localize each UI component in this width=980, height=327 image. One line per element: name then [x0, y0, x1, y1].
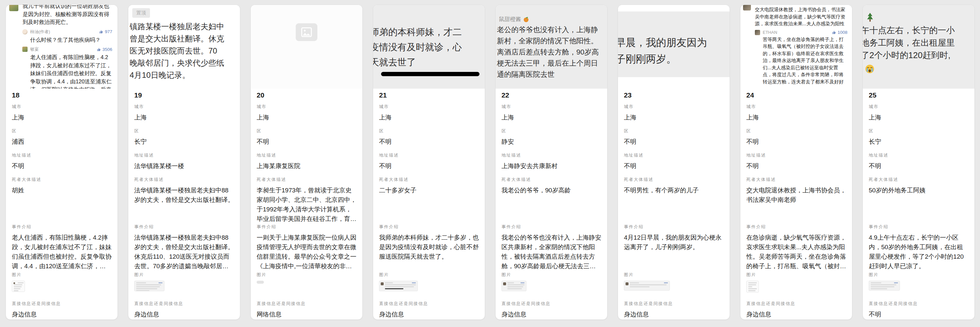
field-city: 城市 上海	[257, 104, 356, 128]
field-image: 图片	[746, 272, 846, 301]
image-thumbnail[interactable]	[624, 281, 670, 290]
record-card[interactable]: 师弟的本科师妹，才二 疫情没有及时就诊，心 天就去世了 21 城市 上海 区 不…	[373, 5, 485, 320]
image-thumbnail[interactable]	[501, 281, 527, 291]
avatar	[625, 282, 628, 285]
record-card[interactable]: ETHAN 1540 交大电院退休教授，上海书协会员，书法家吴中南老师在急诊病逝…	[740, 5, 852, 320]
card-number: 22	[501, 91, 601, 99]
field-address: 地址描述 上海某康复医院	[257, 152, 356, 177]
scene-avatar	[22, 46, 27, 52]
record-card[interactable]: 置顶 镇路某楼一楼独居老夫妇中 曾是交大出版社翻译。休克 医无对接医院而去世。7…	[128, 5, 240, 320]
field-direct: 直接信息还是间接信息 身边信息	[746, 301, 846, 319]
comment-text: 我几十年前就认识的一位胡姓朋友也是因为封控、核酸检测等原因没有得到及时救治而死亡…	[23, 5, 112, 26]
card-number: 20	[257, 91, 356, 99]
crying-emoji-icon	[865, 64, 875, 74]
image-thumbnail[interactable]	[134, 281, 164, 291]
comment-reply: 敏宴 3506 老人住浦西，有陈旧性脑梗，4.2摔跤，女儿被封在浦东过不了江，妹…	[22, 46, 112, 89]
field-district: 区 不明	[624, 128, 724, 152]
field-event: 事件介绍 老人住浦西，有陈旧性脑梗，4.2摔跤，女儿被封在浦东过不了江，妹妹们虽…	[12, 224, 111, 272]
field-city: 城市 上海	[379, 104, 479, 128]
thumb-up-icon	[832, 5, 836, 5]
pinned-badge: 置顶	[132, 8, 150, 18]
image-thumbnail[interactable]	[257, 281, 264, 284]
source-screenshot[interactable]: 我几十年前就认识的一位胡姓朋友也是因为封控、核酸检测等原因没有得到及时救治而死亡…	[6, 5, 118, 89]
record-card[interactable]: 午十点左右，长宁的一小 地务工阿姨，在出租屋里 了2个小时的120赶到时, 25…	[862, 5, 975, 320]
comment-header: ETHAN 1540	[755, 5, 847, 6]
image-thumbnail[interactable]	[12, 281, 25, 292]
like-count[interactable]: 1008	[832, 30, 847, 35]
comment-main: 我几十年前就认识的一位胡姓朋友也是因为封控、核酸检测等原因没有得到及时救治而死亡…	[9, 5, 112, 26]
photo-avatar	[743, 5, 751, 11]
card-number: 21	[379, 91, 479, 99]
record-card[interactable]: 早晨，我的朋友因为 子刚刚两岁。 23 城市 上海 区 不明 地址描述 不明 死…	[618, 5, 730, 320]
field-label: 事件介绍	[12, 224, 111, 230]
record-card[interactable]: 20 城市 上海 区 不明 地址描述 上海某康复医院 死者大体描述 李昶生于19…	[250, 5, 363, 320]
source-screenshot[interactable]	[251, 5, 362, 89]
field-deceased: 死者大体描述 不明男性，有个两岁的儿子	[624, 177, 724, 224]
field-label: 城市	[12, 104, 111, 110]
field-direct: 直接信息还是间接信息 身边信息	[501, 301, 601, 319]
field-label: 区	[12, 128, 111, 134]
field-deceased: 死者大体描述 50岁的外地务工阿姨	[869, 177, 969, 224]
commenter-name: 柿油(作者)	[30, 29, 97, 35]
field-deceased: 死者大体描述 李昶生于1973年，曾就读于北京史家胡同小学、北京二中、北京四中，…	[257, 177, 356, 224]
record-card[interactable]: 我几十年前就认识的一位胡姓朋友也是因为封控、核酸检测等原因没有得到及时救治而死亡…	[6, 5, 118, 320]
field-image: 图片	[379, 272, 479, 301]
face-avatar	[22, 29, 27, 35]
field-district: 区 不明	[746, 128, 846, 152]
field-city: 城市 上海	[134, 104, 234, 128]
field-label: 图片	[12, 272, 111, 278]
field-direct: 直接信息还是间接信息 网络信息	[257, 301, 356, 319]
field-deceased: 死者大体描述 我老公的爷爷，90岁高龄	[501, 177, 601, 224]
image-thumbnail[interactable]	[746, 281, 759, 292]
field-label: 死者大体描述	[12, 177, 111, 183]
card-number: 23	[624, 91, 724, 99]
field-value: 上海	[12, 113, 111, 122]
record-card[interactable]: 鼠甜橙酱 老公的爷爷也没有计入，上海静 新村，全家阴的情况下他阳性。 离酒店后差…	[495, 5, 608, 320]
field-event: 事件介绍 法华镇路某楼一楼独居老夫妇中88岁的丈夫，曾经是交大出版社翻译。休克后…	[134, 224, 234, 272]
scene-avatar	[9, 5, 18, 11]
field-address: 地址描述 不明	[12, 152, 111, 177]
field-direct: 直接信息还是间接信息 不明	[869, 301, 969, 319]
avatar	[13, 282, 15, 284]
commenter-name: ETHAN	[755, 5, 769, 6]
field-address: 地址描述 不明	[624, 152, 724, 177]
source-screenshot[interactable]: 置顶 镇路某楼一楼独居老夫妇中 曾是交大出版社翻译。休克 医无对接医院而去世。7…	[128, 5, 240, 89]
post-text: 老公的爷爷也没有计入，上海静 新村，全家阴的情况下他阳性。 离酒店后差点转去方舱…	[496, 24, 607, 80]
image-thumbnail[interactable]	[869, 281, 900, 290]
field-address: 地址描述 不明	[746, 152, 846, 177]
field-district: 区 不明	[379, 128, 479, 152]
like-count[interactable]: 977	[99, 29, 112, 34]
like-count[interactable]: 3506	[97, 47, 112, 52]
field-image: 图片	[257, 272, 356, 301]
source-screenshot[interactable]: 师弟的本科师妹，才二 疫情没有及时就诊，心 天就去世了	[373, 5, 485, 89]
field-district: 区 不明	[257, 128, 356, 152]
like-count[interactable]: 1540	[832, 5, 847, 6]
post-text: 早晨，我的朋友因为 子刚刚两岁。	[618, 11, 730, 67]
field-address: 地址描述 法华镇路某楼一楼	[134, 152, 234, 177]
field-city: 城市 上海	[624, 104, 724, 128]
field-direct: 直接信息还是间接信息 身边信息	[12, 301, 111, 319]
broken-image-icon	[296, 23, 317, 41]
field-district: 区 长宁	[869, 128, 969, 152]
thumb-up-icon	[97, 47, 101, 51]
tree-emoji-icon	[865, 12, 875, 23]
comment-reply: 柿油(作者) 977 什么时候？生了其他疾病吗？	[22, 29, 112, 44]
field-image: 图片	[869, 272, 969, 301]
comment-text: 苦等两天，坐在急诊角落的椅子上，打吊瓶、吸氧气（被封控的子女设法送去的，杯水车薪…	[763, 36, 847, 86]
field-district: 区 静安	[501, 128, 601, 152]
comment-reply: ETHAN 1008 苦等两天，坐在急诊角落的椅子上，打吊瓶、吸氧气（被封控的子…	[755, 30, 847, 86]
source-screenshot[interactable]: ETHAN 1540 交大电院退休教授，上海书协会员，书法家吴中南老师在急诊病逝…	[740, 5, 852, 89]
image-thumbnail[interactable]	[379, 281, 418, 291]
field-image: 图片	[501, 272, 601, 301]
source-screenshot[interactable]: 午十点左右，长宁的一小 地务工阿姨，在出租屋里 了2个小时的120赶到时,	[863, 5, 974, 89]
source-screenshot[interactable]: 鼠甜橙酱 老公的爷爷也没有计入，上海静 新村，全家阴的情况下他阳性。 离酒店后差…	[496, 5, 607, 89]
field-event: 事件介绍 4.9上午十点左右，长宁的一小区内，50岁的外地务工阿姨，在出租屋里心…	[869, 224, 969, 272]
field-value: 胡姓	[12, 185, 111, 195]
thumb-up-icon	[99, 30, 103, 34]
field-label: 直接信息还是间接信息	[12, 301, 111, 307]
field-address: 地址描述 上海静安去共康新村	[501, 152, 601, 177]
source-screenshot[interactable]: 早晨，我的朋友因为 子刚刚两岁。	[618, 5, 730, 89]
avatar	[381, 282, 383, 285]
field-event: 事件介绍 我老公的爷爷也没有计入，上海静安区共康新村，全家阴的情况下他阳性，被转…	[501, 224, 601, 272]
poster-name: 鼠甜橙酱	[499, 16, 607, 23]
